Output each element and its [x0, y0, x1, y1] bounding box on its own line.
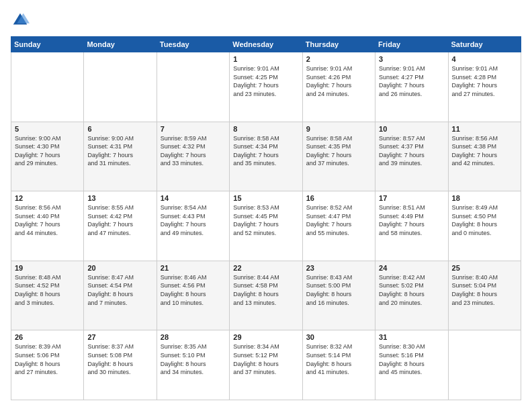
day-number: 30 [306, 333, 371, 341]
days-header-row: SundayMondayTuesdayWednesdayThursdayFrid… [11, 37, 521, 52]
day-number: 12 [15, 194, 80, 202]
day-info: Sunrise: 8:51 AM Sunset: 4:49 PM Dayligh… [379, 203, 444, 237]
day-info: Sunrise: 8:56 AM Sunset: 4:40 PM Dayligh… [15, 203, 80, 237]
day-number: 4 [452, 55, 517, 63]
day-number: 31 [379, 333, 444, 341]
day-info: Sunrise: 8:54 AM Sunset: 4:43 PM Dayligh… [161, 203, 226, 237]
calendar-cell: 31Sunrise: 8:30 AM Sunset: 5:16 PM Dayli… [375, 330, 448, 400]
day-number: 14 [161, 194, 226, 202]
day-info: Sunrise: 8:35 AM Sunset: 5:10 PM Dayligh… [161, 342, 226, 376]
day-info: Sunrise: 8:57 AM Sunset: 4:37 PM Dayligh… [379, 134, 444, 168]
calendar-week-3: 12Sunrise: 8:56 AM Sunset: 4:40 PM Dayli… [11, 191, 521, 261]
calendar-cell: 4Sunrise: 9:01 AM Sunset: 4:28 PM Daylig… [448, 52, 521, 122]
day-info: Sunrise: 8:37 AM Sunset: 5:08 PM Dayligh… [87, 342, 152, 376]
day-number: 16 [306, 194, 371, 202]
calendar-cell: 20Sunrise: 8:47 AM Sunset: 4:54 PM Dayli… [84, 261, 157, 330]
calendar-cell: 19Sunrise: 8:48 AM Sunset: 4:52 PM Dayli… [11, 261, 84, 330]
calendar-cell: 26Sunrise: 8:39 AM Sunset: 5:06 PM Dayli… [11, 330, 84, 400]
day-number: 19 [15, 264, 80, 272]
day-header-friday: Friday [375, 37, 448, 52]
day-info: Sunrise: 8:55 AM Sunset: 4:42 PM Dayligh… [87, 203, 152, 237]
calendar-cell: 9Sunrise: 8:58 AM Sunset: 4:35 PM Daylig… [302, 122, 375, 191]
day-number: 10 [379, 125, 444, 133]
calendar-cell: 11Sunrise: 8:56 AM Sunset: 4:38 PM Dayli… [448, 122, 521, 191]
calendar-cell: 8Sunrise: 8:58 AM Sunset: 4:34 PM Daylig… [230, 122, 302, 191]
day-info: Sunrise: 8:49 AM Sunset: 4:50 PM Dayligh… [452, 203, 517, 237]
calendar-cell: 3Sunrise: 9:01 AM Sunset: 4:27 PM Daylig… [375, 52, 448, 122]
day-number: 24 [379, 264, 444, 272]
day-number: 27 [87, 333, 152, 341]
calendar-cell: 17Sunrise: 8:51 AM Sunset: 4:49 PM Dayli… [375, 191, 448, 261]
day-info: Sunrise: 8:58 AM Sunset: 4:34 PM Dayligh… [233, 134, 298, 168]
day-info: Sunrise: 9:01 AM Sunset: 4:28 PM Dayligh… [452, 64, 517, 98]
calendar-week-4: 19Sunrise: 8:48 AM Sunset: 4:52 PM Dayli… [11, 261, 521, 330]
day-number: 29 [233, 333, 298, 341]
header [11, 11, 521, 30]
calendar-body: 1Sunrise: 9:01 AM Sunset: 4:25 PM Daylig… [11, 52, 521, 400]
day-info: Sunrise: 8:42 AM Sunset: 5:02 PM Dayligh… [379, 273, 444, 307]
day-number: 3 [379, 55, 444, 63]
day-number: 21 [161, 264, 226, 272]
calendar-cell: 21Sunrise: 8:46 AM Sunset: 4:56 PM Dayli… [157, 261, 229, 330]
day-info: Sunrise: 9:01 AM Sunset: 4:25 PM Dayligh… [233, 64, 298, 98]
day-number: 18 [452, 194, 517, 202]
calendar-cell: 25Sunrise: 8:40 AM Sunset: 5:04 PM Dayli… [448, 261, 521, 330]
calendar-week-1: 1Sunrise: 9:01 AM Sunset: 4:25 PM Daylig… [11, 52, 521, 122]
day-number: 9 [306, 125, 371, 133]
day-info: Sunrise: 8:53 AM Sunset: 4:45 PM Dayligh… [233, 203, 298, 237]
day-info: Sunrise: 8:56 AM Sunset: 4:38 PM Dayligh… [452, 134, 517, 168]
day-number: 15 [233, 194, 298, 202]
day-number: 28 [161, 333, 226, 341]
day-info: Sunrise: 9:01 AM Sunset: 4:27 PM Dayligh… [379, 64, 444, 98]
day-info: Sunrise: 8:59 AM Sunset: 4:32 PM Dayligh… [161, 134, 226, 168]
calendar-cell: 10Sunrise: 8:57 AM Sunset: 4:37 PM Dayli… [375, 122, 448, 191]
logo [11, 11, 32, 30]
day-info: Sunrise: 8:58 AM Sunset: 4:35 PM Dayligh… [306, 134, 371, 168]
day-number: 17 [379, 194, 444, 202]
calendar-cell: 29Sunrise: 8:34 AM Sunset: 5:12 PM Dayli… [230, 330, 302, 400]
day-number: 7 [161, 125, 226, 133]
calendar-cell [157, 52, 229, 122]
calendar-cell: 5Sunrise: 9:00 AM Sunset: 4:30 PM Daylig… [11, 122, 84, 191]
calendar-cell: 22Sunrise: 8:44 AM Sunset: 4:58 PM Dayli… [230, 261, 302, 330]
day-header-wednesday: Wednesday [230, 37, 302, 52]
calendar-week-2: 5Sunrise: 9:00 AM Sunset: 4:30 PM Daylig… [11, 122, 521, 191]
calendar-cell: 6Sunrise: 9:00 AM Sunset: 4:31 PM Daylig… [84, 122, 157, 191]
day-number: 1 [233, 55, 298, 63]
calendar-cell: 15Sunrise: 8:53 AM Sunset: 4:45 PM Dayli… [230, 191, 302, 261]
calendar-cell: 13Sunrise: 8:55 AM Sunset: 4:42 PM Dayli… [84, 191, 157, 261]
day-info: Sunrise: 8:39 AM Sunset: 5:06 PM Dayligh… [15, 342, 80, 376]
day-header-monday: Monday [84, 37, 157, 52]
calendar-table: SundayMondayTuesdayWednesdayThursdayFrid… [11, 36, 521, 400]
day-number: 2 [306, 55, 371, 63]
page: SundayMondayTuesdayWednesdayThursdayFrid… [0, 0, 532, 411]
day-info: Sunrise: 8:43 AM Sunset: 5:00 PM Dayligh… [306, 273, 371, 307]
calendar-cell: 2Sunrise: 9:01 AM Sunset: 4:26 PM Daylig… [302, 52, 375, 122]
day-info: Sunrise: 8:47 AM Sunset: 4:54 PM Dayligh… [87, 273, 152, 307]
day-number: 20 [87, 264, 152, 272]
calendar-cell: 14Sunrise: 8:54 AM Sunset: 4:43 PM Dayli… [157, 191, 229, 261]
day-info: Sunrise: 8:46 AM Sunset: 4:56 PM Dayligh… [161, 273, 226, 307]
day-info: Sunrise: 8:44 AM Sunset: 4:58 PM Dayligh… [233, 273, 298, 307]
day-info: Sunrise: 8:52 AM Sunset: 4:47 PM Dayligh… [306, 203, 371, 237]
day-info: Sunrise: 8:30 AM Sunset: 5:16 PM Dayligh… [379, 342, 444, 376]
day-info: Sunrise: 8:40 AM Sunset: 5:04 PM Dayligh… [452, 273, 517, 307]
calendar-cell: 7Sunrise: 8:59 AM Sunset: 4:32 PM Daylig… [157, 122, 229, 191]
day-header-tuesday: Tuesday [157, 37, 229, 52]
calendar-cell: 12Sunrise: 8:56 AM Sunset: 4:40 PM Dayli… [11, 191, 84, 261]
day-info: Sunrise: 8:32 AM Sunset: 5:14 PM Dayligh… [306, 342, 371, 376]
day-header-saturday: Saturday [448, 37, 521, 52]
calendar-cell [448, 330, 521, 400]
calendar-cell: 18Sunrise: 8:49 AM Sunset: 4:50 PM Dayli… [448, 191, 521, 261]
day-header-sunday: Sunday [11, 37, 84, 52]
day-info: Sunrise: 9:00 AM Sunset: 4:30 PM Dayligh… [15, 134, 80, 168]
day-info: Sunrise: 9:01 AM Sunset: 4:26 PM Dayligh… [306, 64, 371, 98]
day-info: Sunrise: 8:48 AM Sunset: 4:52 PM Dayligh… [15, 273, 80, 307]
calendar-cell: 16Sunrise: 8:52 AM Sunset: 4:47 PM Dayli… [302, 191, 375, 261]
day-number: 23 [306, 264, 371, 272]
calendar-cell: 24Sunrise: 8:42 AM Sunset: 5:02 PM Dayli… [375, 261, 448, 330]
day-info: Sunrise: 9:00 AM Sunset: 4:31 PM Dayligh… [87, 134, 152, 168]
calendar-week-5: 26Sunrise: 8:39 AM Sunset: 5:06 PM Dayli… [11, 330, 521, 400]
calendar-cell: 27Sunrise: 8:37 AM Sunset: 5:08 PM Dayli… [84, 330, 157, 400]
day-info: Sunrise: 8:34 AM Sunset: 5:12 PM Dayligh… [233, 342, 298, 376]
